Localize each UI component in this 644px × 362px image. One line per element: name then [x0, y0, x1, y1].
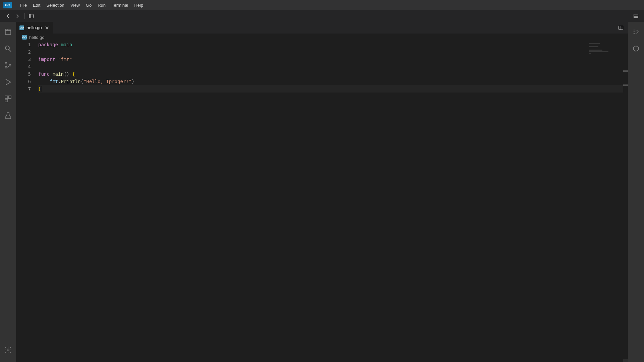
- go-file-icon: GO: [19, 25, 24, 30]
- outline-icon[interactable]: [628, 24, 644, 39]
- line-gutter: 1 2 3 4 5 6 7: [16, 41, 38, 362]
- toolbar-divider: [24, 13, 24, 19]
- split-editor-icon[interactable]: [617, 24, 625, 32]
- code-line: func main() {: [38, 70, 628, 78]
- line-number: 7: [16, 85, 31, 93]
- line-number: 6: [16, 78, 31, 85]
- menu-run[interactable]: Run: [95, 3, 109, 8]
- nav-back-icon[interactable]: [3, 11, 13, 21]
- line-number: 5: [16, 70, 31, 78]
- svg-point-7: [5, 67, 7, 68]
- right-activity-bar: [628, 22, 644, 362]
- menu-go[interactable]: Go: [83, 3, 95, 8]
- nav-forward-icon[interactable]: [13, 11, 22, 21]
- extensions-icon[interactable]: [0, 92, 16, 106]
- svg-rect-3: [634, 16, 638, 18]
- menu-help[interactable]: Help: [131, 3, 146, 8]
- tab-label: hello.go: [26, 25, 42, 30]
- close-icon[interactable]: [44, 25, 50, 31]
- go-file-icon: GO: [22, 35, 27, 40]
- line-number: 2: [16, 48, 31, 56]
- source-control-icon[interactable]: [0, 58, 16, 73]
- svg-point-13: [7, 349, 9, 351]
- menu-file[interactable]: File: [17, 3, 30, 8]
- svg-point-9: [6, 79, 7, 80]
- breadcrumb-file: hello.go: [29, 35, 45, 40]
- code-content[interactable]: package main import "fmt" func main() { …: [38, 41, 628, 362]
- tabs-row: GO hello.go: [16, 22, 628, 34]
- explorer-icon[interactable]: [0, 24, 16, 39]
- menu-terminal[interactable]: Terminal: [109, 3, 131, 8]
- code-line: }: [38, 85, 628, 93]
- svg-rect-1: [29, 14, 31, 18]
- testing-icon[interactable]: [0, 108, 16, 123]
- toolbar: [0, 10, 644, 22]
- menubar: GO File Edit Selection View Go Run Termi…: [0, 0, 644, 10]
- settings-gear-icon[interactable]: [0, 343, 16, 357]
- svg-line-5: [9, 50, 11, 52]
- svg-rect-12: [5, 99, 8, 102]
- code-line: [38, 48, 628, 56]
- code-line: package main: [38, 41, 628, 48]
- code-line: [38, 63, 628, 70]
- breadcrumb[interactable]: GO hello.go: [16, 34, 628, 41]
- line-number: 3: [16, 56, 31, 63]
- svg-point-8: [9, 65, 11, 66]
- line-number: 1: [16, 41, 31, 48]
- line-number: 4: [16, 63, 31, 70]
- scrollbar[interactable]: [623, 41, 628, 362]
- run-debug-icon[interactable]: [0, 75, 16, 89]
- code-editor[interactable]: 1 2 3 4 5 6 7 package main import "fmt" …: [16, 41, 628, 362]
- editor-area: GO hello.go GO hello.go 1 2 3 4: [16, 22, 628, 362]
- code-line: import "fmt": [38, 56, 628, 63]
- minimap[interactable]: [589, 41, 623, 362]
- svg-point-4: [5, 46, 9, 50]
- menu-edit[interactable]: Edit: [30, 3, 43, 8]
- activity-bar: [0, 22, 16, 362]
- hex-icon[interactable]: [628, 41, 644, 56]
- code-line: fmt.Println("Hello, Tproger!"): [38, 78, 628, 85]
- menu-selection[interactable]: Selection: [43, 3, 67, 8]
- svg-rect-10: [5, 96, 8, 99]
- search-icon[interactable]: [0, 41, 16, 56]
- app-logo-icon: GO: [3, 2, 12, 8]
- toggle-panel-icon[interactable]: [631, 11, 641, 21]
- svg-rect-11: [8, 96, 11, 99]
- tab-hello-go[interactable]: GO hello.go: [16, 22, 53, 34]
- menu-view[interactable]: View: [67, 3, 83, 8]
- toggle-sidebar-icon[interactable]: [26, 11, 36, 21]
- svg-point-6: [5, 63, 7, 64]
